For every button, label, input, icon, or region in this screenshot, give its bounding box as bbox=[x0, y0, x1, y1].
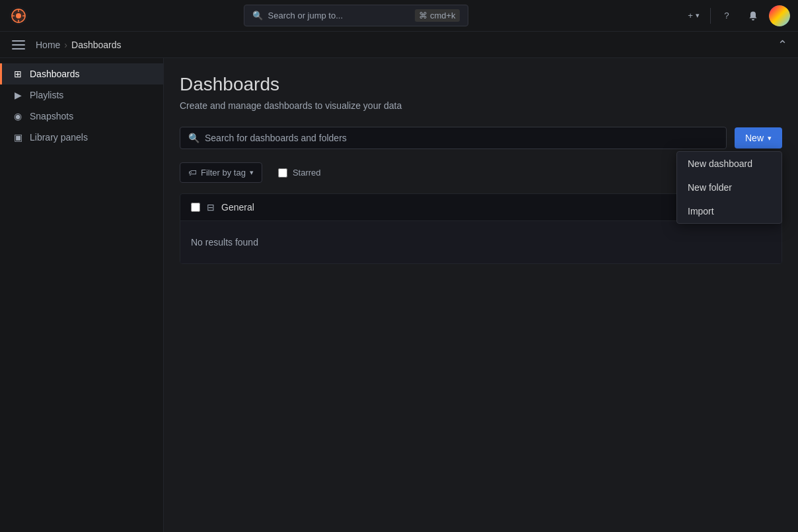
dashboard-search-field[interactable]: 🔍 bbox=[180, 127, 727, 149]
new-dropdown-menu: New dashboard New folder Import bbox=[676, 151, 782, 224]
new-folder-option[interactable]: New folder bbox=[677, 176, 781, 199]
starred-checkbox[interactable] bbox=[278, 168, 287, 178]
filter-by-tag-button[interactable]: 🏷 Filter by tag ▾ bbox=[180, 162, 262, 183]
nav-right: + ▾ ? bbox=[682, 5, 790, 26]
library-panels-icon: ▣ bbox=[13, 132, 23, 143]
import-option[interactable]: Import bbox=[677, 199, 781, 223]
folder-name: General bbox=[221, 202, 254, 213]
playlists-icon: ▶ bbox=[13, 90, 23, 100]
new-button[interactable]: New ▾ bbox=[735, 127, 782, 149]
sidebar-item-label: Library panels bbox=[30, 132, 88, 143]
starred-filter[interactable]: Starred bbox=[278, 168, 321, 178]
help-button[interactable]: ? bbox=[716, 5, 737, 26]
sidebar-item-label: Snapshots bbox=[30, 111, 73, 121]
nav-divider bbox=[710, 8, 711, 24]
content-area: Dashboards Create and manage dashboards … bbox=[164, 58, 798, 532]
breadcrumb-bar: Home › Dashboards ⌃ bbox=[0, 32, 798, 58]
collapse-button[interactable]: ⌃ bbox=[778, 38, 787, 52]
sidebar-item-snapshots[interactable]: ◉ Snapshots bbox=[0, 106, 163, 127]
page-subtitle: Create and manage dashboards to visualiz… bbox=[180, 100, 782, 111]
sidebar-item-label: Playlists bbox=[30, 90, 63, 100]
folder-icon: ⊟ bbox=[207, 202, 215, 213]
breadcrumb-current: Dashboards bbox=[71, 40, 122, 50]
sidebar-item-label: Dashboards bbox=[30, 69, 80, 79]
grafana-logo[interactable] bbox=[8, 5, 29, 26]
main-layout: ⊞ Dashboards ▶ Playlists ◉ Snapshots ▣ L… bbox=[0, 58, 798, 532]
hamburger-menu[interactable] bbox=[11, 37, 26, 53]
sidebar-item-dashboards[interactable]: ⊞ Dashboards bbox=[0, 63, 163, 84]
user-avatar[interactable] bbox=[769, 5, 790, 26]
add-new-button[interactable]: + ▾ bbox=[682, 5, 705, 26]
dashboards-icon: ⊞ bbox=[13, 69, 23, 79]
search-placeholder-text: Search or jump to... bbox=[268, 11, 343, 20]
breadcrumb-separator: › bbox=[64, 40, 67, 50]
search-input[interactable] bbox=[205, 133, 718, 143]
search-icon: 🔍 bbox=[188, 133, 200, 143]
top-nav: 🔍 Search or jump to... ⌘ cmd+k + ▾ ? bbox=[0, 0, 798, 32]
folder-checkbox[interactable] bbox=[191, 203, 200, 212]
svg-point-2 bbox=[16, 13, 21, 18]
new-button-wrapper: New ▾ New dashboard New folder Import bbox=[735, 127, 782, 149]
search-icon: 🔍 bbox=[252, 11, 263, 20]
tag-icon: 🏷 bbox=[188, 168, 197, 178]
global-search[interactable]: 🔍 Search or jump to... ⌘ cmd+k bbox=[244, 5, 468, 26]
snapshots-icon: ◉ bbox=[13, 111, 23, 121]
page-title: Dashboards bbox=[180, 74, 782, 95]
notifications-button[interactable] bbox=[743, 5, 764, 26]
breadcrumb-home[interactable]: Home bbox=[36, 40, 60, 50]
sidebar: ⊞ Dashboards ▶ Playlists ◉ Snapshots ▣ L… bbox=[0, 58, 164, 532]
sidebar-item-playlists[interactable]: ▶ Playlists bbox=[0, 84, 163, 106]
new-dashboard-option[interactable]: New dashboard bbox=[677, 152, 781, 176]
search-new-bar: 🔍 New ▾ New dashboard New folder Import bbox=[180, 127, 782, 149]
sidebar-item-library-panels[interactable]: ▣ Library panels bbox=[0, 127, 163, 148]
search-shortcut: ⌘ cmd+k bbox=[415, 9, 460, 22]
search-bar: 🔍 Search or jump to... ⌘ cmd+k bbox=[34, 5, 677, 26]
no-results-message: No results found bbox=[180, 221, 781, 263]
